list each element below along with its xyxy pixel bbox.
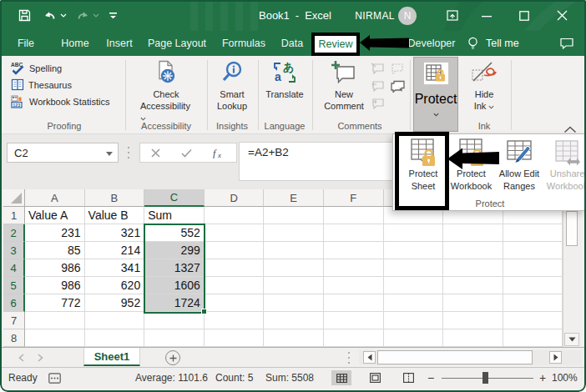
normal-view-button[interactable] [331, 370, 351, 385]
cell-d3[interactable] [205, 242, 265, 259]
delete-comment-button[interactable] [371, 63, 384, 74]
cell-g5[interactable] [384, 277, 444, 294]
cell-e2[interactable] [264, 224, 324, 242]
scroll-left-button[interactable] [363, 351, 376, 364]
cell-d2[interactable] [205, 224, 265, 242]
ribbon-display-options-button[interactable] [440, 0, 465, 31]
previous-sheet-button[interactable] [18, 354, 24, 362]
show-ink-comments-button[interactable] [371, 98, 384, 109]
cell-c5[interactable]: 1606 [144, 277, 205, 294]
cell-e8[interactable] [264, 329, 324, 347]
cell-h4[interactable] [443, 259, 503, 277]
row-header-1[interactable]: 1 [3, 207, 25, 224]
column-header-b[interactable]: B [85, 189, 145, 207]
cell-a2[interactable]: 231 [25, 224, 85, 242]
next-sheet-button[interactable] [38, 354, 43, 362]
page-layout-view-button[interactable] [365, 370, 385, 385]
cell-d4[interactable] [205, 259, 265, 277]
maximize-button[interactable] [512, 0, 537, 31]
check-accessibility-button[interactable]: Check Accessibility [140, 58, 192, 123]
status-count[interactable]: Count: 5 [215, 368, 253, 388]
cell-e5[interactable] [264, 277, 324, 294]
protect-button[interactable]: Protect [413, 57, 458, 132]
row-header-2[interactable]: 2 [3, 224, 25, 242]
cell-g2[interactable] [384, 224, 444, 242]
row-header-6[interactable]: 6 [3, 294, 25, 312]
selection-fill-handle[interactable] [201, 309, 207, 314]
undo-dropdown-chevron[interactable] [60, 0, 68, 31]
column-header-c[interactable]: C [144, 189, 205, 207]
cell-h6[interactable] [443, 294, 503, 312]
cell-a4[interactable]: 986 [25, 259, 85, 277]
cell-f8[interactable] [324, 329, 384, 347]
tell-me-box[interactable]: Tell me [467, 31, 519, 56]
cell-d1[interactable] [205, 207, 265, 224]
cell-i5[interactable] [503, 277, 563, 294]
cell-f4[interactable] [324, 259, 384, 277]
sheet-tab-sheet1[interactable]: Sheet1 [83, 348, 140, 366]
workbook-statistics-button[interactable]: 123 Workbook Statistics [11, 95, 109, 108]
cancel-icon[interactable] [151, 148, 160, 158]
zoom-level[interactable]: 100% [552, 368, 578, 388]
cell-h8[interactable] [443, 329, 503, 347]
cell-c6[interactable]: 1724 [144, 294, 205, 312]
cell-d7[interactable] [205, 312, 265, 329]
new-comment-button[interactable]: New Comment [318, 58, 370, 112]
redo-button[interactable] [76, 0, 91, 31]
status-average[interactable]: Average: 1101.6 [135, 368, 208, 388]
new-sheet-button[interactable] [165, 350, 180, 365]
cell-i6[interactable] [503, 294, 563, 312]
cell-f3[interactable] [324, 242, 384, 259]
menu-item-allow-edit-ranges[interactable]: Allow EditRanges [495, 136, 543, 196]
spelling-button[interactable]: ABC Spelling [11, 62, 62, 75]
row-header-3[interactable]: 3 [3, 242, 25, 259]
formula-bar-grip[interactable] [128, 147, 130, 158]
cell-e4[interactable] [264, 259, 324, 277]
cell-i2[interactable] [503, 224, 563, 242]
collapse-ribbon-button[interactable] [563, 122, 577, 130]
avatar[interactable]: N [398, 7, 417, 25]
row-header-7[interactable]: 7 [3, 312, 25, 329]
cell-b8[interactable] [85, 329, 145, 347]
zoom-in-button[interactable]: + [539, 368, 546, 388]
cell-h3[interactable] [443, 242, 503, 259]
row-header-8[interactable]: 8 [3, 329, 25, 347]
cell-i8[interactable] [503, 329, 563, 347]
column-header-e[interactable]: E [264, 189, 324, 207]
cell-b2[interactable]: 321 [85, 224, 145, 242]
column-header-d[interactable]: D [205, 189, 265, 207]
cell-f7[interactable] [324, 312, 384, 329]
cell-c8[interactable] [144, 329, 205, 347]
cell-e1[interactable] [264, 207, 324, 224]
tab-insert[interactable]: Insert [102, 31, 137, 56]
customize-quick-access-toolbar-button[interactable] [109, 0, 120, 31]
cell-a1[interactable]: Value A [25, 207, 85, 224]
cell-h5[interactable] [443, 277, 503, 294]
cell-d5[interactable] [205, 277, 265, 294]
thesaurus-button[interactable]: Thesaurus [11, 78, 72, 91]
vertical-scrollbar[interactable] [563, 189, 581, 347]
menu-item-unshare-workbook[interactable]: UnshareWorkbook [543, 136, 586, 196]
tab-home[interactable]: Home [57, 31, 93, 56]
undo-button[interactable] [43, 0, 58, 31]
page-break-preview-button[interactable] [398, 370, 418, 385]
cell-h7[interactable] [443, 312, 503, 329]
tab-review[interactable]: Review [311, 33, 360, 56]
horizontal-scrollbar[interactable] [359, 350, 581, 365]
column-header-f[interactable]: F [324, 189, 384, 207]
status-sum[interactable]: Sum: 5508 [265, 368, 314, 388]
cell-b4[interactable]: 341 [85, 259, 145, 277]
tab-file[interactable]: File [12, 31, 40, 56]
insert-function-icon[interactable]: f x [213, 148, 225, 158]
cell-b3[interactable]: 214 [85, 242, 145, 259]
cell-c7[interactable] [144, 312, 205, 329]
vertical-scrollbar-thumb[interactable] [566, 211, 578, 246]
show-comments-button[interactable] [391, 80, 404, 92]
cell-g3[interactable] [384, 242, 444, 259]
cell-e6[interactable] [264, 294, 324, 312]
cell-a5[interactable]: 986 [25, 277, 85, 294]
enter-icon[interactable] [181, 148, 192, 158]
cell-i4[interactable] [503, 259, 563, 277]
scroll-down-button[interactable] [564, 333, 579, 346]
tab-formulas[interactable]: Formulas [219, 31, 269, 56]
